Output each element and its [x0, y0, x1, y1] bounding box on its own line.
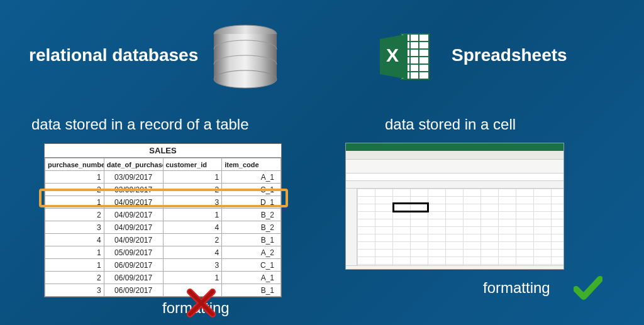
- table-cell: 1: [45, 259, 104, 272]
- table-cell: 4: [163, 221, 222, 234]
- spreadsheets-heading: Spreadsheets: [452, 45, 567, 65]
- table-cell: B_1: [222, 284, 281, 297]
- table-cell: 04/09/2017: [104, 221, 163, 234]
- check-mark-icon: [574, 274, 602, 303]
- col-header: purchase_number: [45, 158, 104, 171]
- table-row: 304/09/20174B_2: [45, 221, 281, 234]
- table-cell: 2: [45, 209, 104, 221]
- table-cell: B_1: [222, 234, 281, 246]
- spreadsheets-subtitle: data stored in a cell: [385, 116, 516, 133]
- cross-mark-icon: [186, 288, 216, 318]
- table-cell: 06/09/2017: [104, 284, 163, 297]
- table-cell: 1: [163, 209, 222, 221]
- database-cylinder-icon: [208, 24, 283, 89]
- table-cell: 4: [163, 246, 222, 259]
- table-cell: 05/09/2017: [104, 246, 163, 259]
- table-cell: B_2: [222, 221, 281, 234]
- table-row: 104/09/20173D_1: [45, 196, 281, 209]
- table-cell: 2: [163, 234, 222, 246]
- excel-icon: X: [379, 31, 431, 82]
- table-cell: 06/09/2017: [104, 272, 163, 284]
- table-cell: A_1: [222, 272, 281, 284]
- table-cell: A_1: [222, 171, 281, 184]
- table-row: 404/09/20172B_1: [45, 234, 281, 246]
- col-header: date_of_purchase: [104, 158, 163, 171]
- sales-table: SALES purchase_number date_of_purchase c…: [44, 143, 282, 297]
- table-cell: C_1: [222, 184, 281, 196]
- table-row: 106/09/20173C_1: [45, 259, 281, 272]
- svg-text:X: X: [386, 45, 399, 65]
- table-cell: 04/09/2017: [104, 209, 163, 221]
- table-title: SALES: [45, 144, 281, 158]
- table-cell: 04/09/2017: [104, 234, 163, 246]
- relational-db-subtitle: data stored in a record of a table: [31, 116, 249, 133]
- table-cell: 3: [45, 284, 104, 297]
- table-cell: 1: [45, 171, 104, 184]
- relational-db-heading: relational databases: [29, 45, 198, 65]
- spreadsheet-menubar: [346, 151, 564, 160]
- table-cell: 2: [45, 184, 104, 196]
- table-cell: 03/09/2017: [104, 184, 163, 196]
- table-cell: D_1: [222, 196, 281, 209]
- table-row: 204/09/20171B_2: [45, 209, 281, 221]
- table-cell: A_2: [222, 246, 281, 259]
- table-cell: 3: [45, 221, 104, 234]
- table-cell: 1: [45, 196, 104, 209]
- table-cell: 1: [163, 272, 222, 284]
- table-cell: 4: [45, 234, 104, 246]
- table-cell: C_1: [222, 259, 281, 272]
- col-header: customer_id: [163, 158, 222, 171]
- spreadsheet-formulabar: [346, 174, 564, 181]
- table-cell: 1: [45, 246, 104, 259]
- col-header: item_code: [222, 158, 281, 171]
- spreadsheet-window: [346, 143, 564, 269]
- table-cell: 2: [163, 184, 222, 196]
- table-row: 103/09/20171A_1: [45, 171, 281, 184]
- highlighted-cell: [392, 202, 429, 212]
- spreadsheet-titlebar: [346, 143, 564, 151]
- table-row: 306/09/2017B_1: [45, 284, 281, 297]
- table-cell: 06/09/2017: [104, 259, 163, 272]
- spreadsheet-formatting-label: formatting: [483, 279, 550, 297]
- spreadsheet-grid: [346, 181, 564, 265]
- table-cell: 2: [45, 272, 104, 284]
- table-row: 105/09/20174A_2: [45, 246, 281, 259]
- table-cell: 04/09/2017: [104, 196, 163, 209]
- table-cell: B_2: [222, 209, 281, 221]
- table-row: 206/09/20171A_1: [45, 272, 281, 284]
- spreadsheet-ribbon: [346, 160, 564, 174]
- table-cell: 03/09/2017: [104, 171, 163, 184]
- table-cell: 3: [163, 196, 222, 209]
- table-cell: 1: [163, 171, 222, 184]
- table-row: 203/09/20172C_1: [45, 184, 281, 196]
- table-cell: 3: [163, 259, 222, 272]
